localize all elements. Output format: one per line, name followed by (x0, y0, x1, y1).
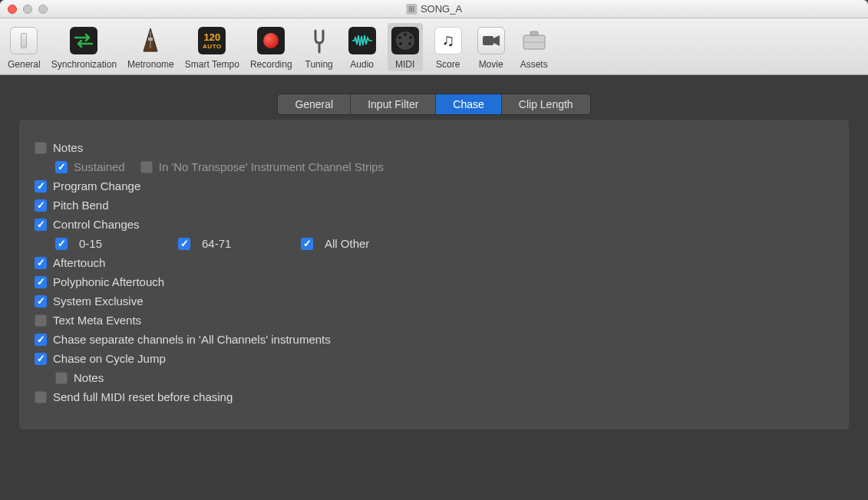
chase-panel: Notes Sustained In 'No Transpose' Instru… (19, 120, 849, 429)
label-cc-all-other: All Other (325, 237, 369, 250)
svg-rect-2 (148, 38, 153, 41)
label-poly-aftertouch: Polyphonic Aftertouch (53, 275, 164, 288)
toolbar-label: Score (436, 59, 460, 70)
svg-point-5 (404, 33, 407, 36)
svg-rect-10 (483, 36, 493, 45)
briefcase-icon (518, 25, 550, 57)
subtab-clip-length[interactable]: Clip Length (502, 94, 590, 114)
label-no-transpose: In 'No Transpose' Instrument Channel Str… (159, 160, 384, 173)
toolbar-label: Metronome (127, 59, 174, 70)
label-text-meta: Text Meta Events (53, 314, 141, 327)
checkbox-aftertouch[interactable] (35, 257, 47, 269)
label-sustained: Sustained (74, 160, 125, 173)
zoom-window-button[interactable] (38, 5, 48, 14)
svg-rect-13 (530, 31, 538, 35)
checkbox-full-reset[interactable] (35, 391, 47, 403)
toolbar-label: MIDI (395, 59, 414, 70)
toolbar-label: Assets (520, 59, 548, 70)
toolbar-general[interactable]: General (6, 23, 42, 71)
label-sep-channels: Chase separate channels in 'All Channels… (53, 333, 331, 346)
label-aftertouch: Aftertouch (53, 256, 105, 269)
toolbar-smart-tempo[interactable]: 120 AUTO Smart Tempo (183, 23, 241, 71)
label-full-reset: Send full MIDI reset before chasing (53, 390, 233, 403)
toolbar-synchronization[interactable]: Synchronization (50, 23, 118, 71)
checkbox-sep-channels[interactable] (35, 334, 47, 346)
checkbox-cc-0-15[interactable] (55, 238, 68, 250)
toolbar-label: Tuning (305, 59, 333, 70)
toolbar-label: General (8, 59, 41, 70)
preferences-toolbar: General Synchronization (0, 18, 868, 75)
smart-tempo-icon: 120 AUTO (196, 25, 228, 57)
window-title: ⊞ SONG_A (406, 3, 462, 15)
checkbox-no-transpose[interactable] (140, 161, 153, 173)
svg-point-6 (398, 36, 401, 39)
sync-arrows-icon (68, 25, 100, 57)
metronome-icon (134, 25, 167, 57)
checkbox-cycle-notes[interactable] (55, 372, 68, 384)
svg-point-8 (399, 42, 402, 45)
toolbar-label: Movie (479, 59, 503, 70)
checkbox-text-meta[interactable] (35, 314, 47, 327)
checkbox-program-change[interactable] (35, 180, 47, 192)
switch-icon (8, 25, 40, 57)
subtab-input-filter[interactable]: Input Filter (351, 94, 436, 114)
label-cycle-jump: Chase on Cycle Jump (53, 352, 166, 365)
content-area: General Input Filter Chase Clip Length N… (0, 75, 868, 500)
checkbox-cc-64-71[interactable] (178, 238, 190, 250)
music-note-icon: ♫ (432, 25, 464, 57)
midi-connector-icon (389, 25, 421, 57)
toolbar-assets[interactable]: Assets (517, 23, 552, 71)
checkbox-notes[interactable] (35, 142, 47, 154)
toolbar-audio[interactable]: Audio (345, 23, 380, 71)
subtab-general[interactable]: General (278, 94, 351, 114)
toolbar-label: Synchronization (51, 59, 117, 70)
label-control-changes: Control Changes (53, 218, 140, 231)
movie-camera-icon (475, 25, 507, 57)
svg-marker-11 (493, 35, 500, 46)
tuning-fork-icon (303, 25, 335, 57)
checkbox-sysex[interactable] (35, 295, 47, 308)
close-window-button[interactable] (8, 5, 17, 14)
checkbox-pitch-bend[interactable] (35, 199, 47, 212)
toolbar-score[interactable]: ♫ Score (431, 23, 466, 71)
midi-subtabs: General Input Filter Chase Clip Length (277, 94, 590, 115)
toolbar-label: Recording (250, 59, 292, 70)
checkbox-poly-aftertouch[interactable] (35, 276, 47, 288)
subtab-chase[interactable]: Chase (436, 94, 501, 114)
checkbox-control-changes[interactable] (35, 219, 47, 231)
document-proxy-icon: ⊞ (406, 4, 417, 15)
minimize-window-button[interactable] (23, 5, 32, 14)
toolbar-movie[interactable]: Movie (474, 23, 509, 71)
label-cc-0-15: 0-15 (79, 237, 102, 250)
checkbox-sustained[interactable] (55, 161, 68, 173)
checkbox-cycle-jump[interactable] (35, 353, 47, 365)
waveform-icon (346, 25, 378, 57)
label-sysex: System Exclusive (53, 294, 144, 308)
label-cycle-notes: Notes (74, 371, 104, 384)
svg-point-9 (408, 42, 411, 45)
titlebar: ⊞ SONG_A (0, 0, 868, 18)
label-cc-64-71: 64-71 (202, 237, 231, 250)
record-icon (255, 25, 287, 57)
window-title-text: SONG_A (421, 3, 462, 15)
label-pitch-bend: Pitch Bend (53, 199, 109, 212)
checkbox-cc-all-other[interactable] (301, 238, 313, 250)
toolbar-midi[interactable]: MIDI (388, 23, 423, 71)
toolbar-label: Audio (350, 59, 374, 70)
toolbar-tuning[interactable]: Tuning (302, 23, 337, 71)
label-notes: Notes (53, 141, 83, 154)
svg-point-7 (409, 36, 412, 39)
label-program-change: Program Change (53, 179, 140, 192)
toolbar-label: Smart Tempo (185, 59, 239, 70)
toolbar-recording[interactable]: Recording (249, 23, 294, 71)
toolbar-metronome[interactable]: Metronome (126, 23, 176, 71)
